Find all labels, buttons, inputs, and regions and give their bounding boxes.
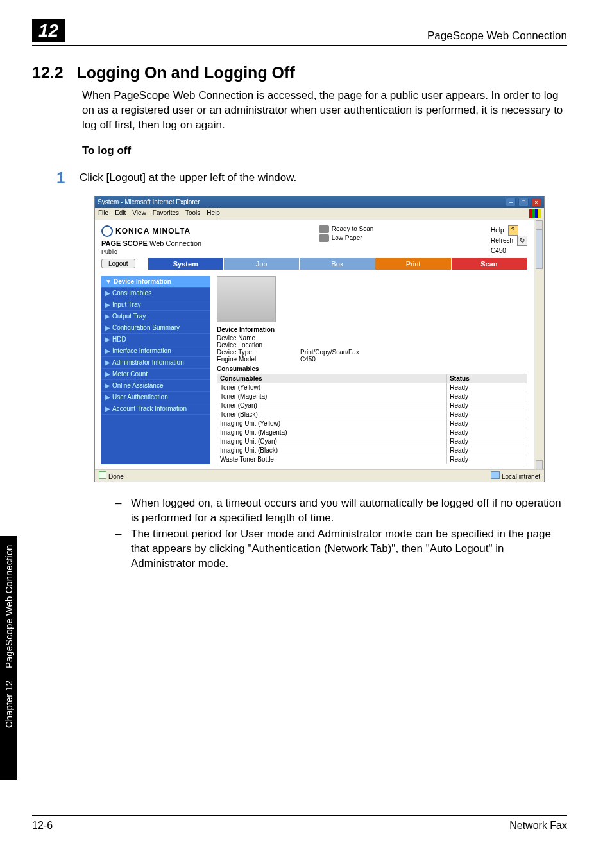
sub-heading: To log off xyxy=(82,144,567,157)
scanner-status-icon xyxy=(319,225,329,233)
side-item-11[interactable]: ▶Account Track Information xyxy=(101,403,210,415)
consumable-name: Imaging Unit (Yellow) xyxy=(217,419,447,428)
minimize-icon[interactable]: – xyxy=(506,198,516,207)
bullet-1: When logged on, a timeout occurs and you… xyxy=(131,496,567,526)
triangle-icon: ▶ xyxy=(105,347,110,354)
brand-name: KONICA MINOLTA xyxy=(115,227,191,236)
maximize-icon[interactable]: □ xyxy=(518,198,529,207)
zone-icon xyxy=(491,471,500,479)
side-item-9[interactable]: ▶Online Assistance xyxy=(101,380,210,392)
triangle-icon: ▶ xyxy=(105,290,110,297)
th-status: Status xyxy=(447,374,527,383)
device-info-value: C450 xyxy=(300,356,316,363)
side-item-6[interactable]: ▶Interface Information xyxy=(101,345,210,357)
close-icon[interactable]: × xyxy=(531,198,541,207)
table-row: Imaging Unit (Magenta)Ready xyxy=(217,428,527,437)
consumable-status: Ready xyxy=(447,392,527,401)
side-item-label: Consumables xyxy=(112,290,151,297)
intro-paragraph: When PageScope Web Connection is accesse… xyxy=(82,89,567,133)
consumable-status: Ready xyxy=(447,383,527,392)
section-title-text: Logging On and Logging Off xyxy=(77,64,295,82)
side-item-2[interactable]: ▶Input Tray xyxy=(101,299,210,311)
tab-system[interactable]: System xyxy=(148,258,224,270)
side-item-label: Configuration Summary xyxy=(112,324,180,331)
side-item-4[interactable]: ▶Configuration Summary xyxy=(101,322,210,334)
refresh-icon[interactable]: ↻ xyxy=(517,236,527,246)
side-item-5[interactable]: ▶HDD xyxy=(101,334,210,345)
page-header-title: PageScope Web Connection xyxy=(427,30,567,42)
side-item-0[interactable]: ▼Device Information xyxy=(101,276,210,288)
consumable-status: Ready xyxy=(447,419,527,428)
device-info-key: Device Location xyxy=(217,342,300,349)
menu-help[interactable]: Help xyxy=(207,209,220,218)
side-item-label: Output Tray xyxy=(112,313,146,320)
table-row: Waste Toner BottleReady xyxy=(217,455,527,464)
menu-tools[interactable]: Tools xyxy=(185,209,200,218)
table-row: Toner (Cyan)Ready xyxy=(217,401,527,410)
menu-favorites[interactable]: Favorites xyxy=(153,209,179,218)
status-low-paper: Low Paper xyxy=(332,234,362,241)
bullet-dash: – xyxy=(115,527,131,571)
device-info-key: Device Type xyxy=(217,349,300,356)
status-ready-scan: Ready to Scan xyxy=(332,225,374,232)
consumable-status: Ready xyxy=(447,401,527,410)
consumable-name: Toner (Black) xyxy=(217,410,447,419)
tab-box[interactable]: Box xyxy=(300,258,375,270)
tab-job[interactable]: Job xyxy=(224,258,300,270)
consumable-name: Imaging Unit (Black) xyxy=(217,446,447,455)
triangle-icon: ▶ xyxy=(105,382,110,389)
help-link[interactable]: Help xyxy=(491,225,504,235)
side-item-10[interactable]: ▶User Authentication xyxy=(101,392,210,403)
bullet-dash: – xyxy=(115,496,131,526)
bullet-2: The timeout period for User mode and Adm… xyxy=(131,527,567,571)
side-item-8[interactable]: ▶Meter Count xyxy=(101,369,210,380)
footer-doc-title: Network Fax xyxy=(509,820,567,831)
device-info-title: Device Information xyxy=(217,326,527,333)
device-info-row: Device TypePrint/Copy/Scan/Fax xyxy=(217,349,527,356)
tab-print[interactable]: Print xyxy=(375,258,451,270)
side-item-7[interactable]: ▶Administrator Information xyxy=(101,357,210,369)
device-info-block: Device NameDevice LocationDevice TypePri… xyxy=(217,334,527,363)
menu-view[interactable]: View xyxy=(132,209,146,218)
consumable-name: Toner (Magenta) xyxy=(217,392,447,401)
brand-logo-icon xyxy=(101,225,113,237)
scrollbar-thumb[interactable] xyxy=(536,229,543,269)
consumable-status: Ready xyxy=(447,455,527,464)
menu-file[interactable]: File xyxy=(98,209,108,218)
table-row: Toner (Yellow)Ready xyxy=(217,383,527,392)
scrollbar[interactable] xyxy=(534,220,544,469)
done-icon xyxy=(99,471,106,479)
status-done: Done xyxy=(108,473,124,480)
logout-button[interactable]: Logout xyxy=(101,259,135,268)
table-row: Imaging Unit (Yellow)Ready xyxy=(217,419,527,428)
device-info-row: Engine ModelC450 xyxy=(217,356,527,363)
side-item-label: HDD xyxy=(112,336,126,343)
side-item-label: Interface Information xyxy=(112,347,171,354)
side-tab: Chapter 12 PageScope Web Connection xyxy=(0,536,17,780)
device-image xyxy=(217,276,276,322)
device-info-key: Device Name xyxy=(217,334,300,342)
table-row: Toner (Black)Ready xyxy=(217,410,527,419)
window-title: System - Microsoft Internet Explorer xyxy=(98,198,200,205)
browser-screenshot: System - Microsoft Internet Explorer – □… xyxy=(94,196,545,482)
step-text: Click [Logout] at the upper left of the … xyxy=(80,169,296,184)
refresh-link[interactable]: Refresh xyxy=(491,236,513,245)
tab-scan[interactable]: Scan xyxy=(452,258,527,270)
consumable-name: Toner (Cyan) xyxy=(217,401,447,410)
consumable-status: Ready xyxy=(447,410,527,419)
consumables-title: Consumables xyxy=(217,365,527,372)
menu-edit[interactable]: Edit xyxy=(115,209,126,218)
window-controls: – □ × xyxy=(505,198,541,207)
triangle-icon: ▶ xyxy=(105,336,110,343)
consumable-status: Ready xyxy=(447,446,527,455)
ie-flag-icon xyxy=(529,209,541,218)
side-item-1[interactable]: ▶Consumables xyxy=(101,288,210,299)
consumables-table: Consumables Status Toner (Yellow)ReadyTo… xyxy=(217,374,527,464)
triangle-icon: ▼ xyxy=(105,278,112,285)
table-row: Toner (Magenta)Ready xyxy=(217,392,527,401)
side-item-3[interactable]: ▶Output Tray xyxy=(101,311,210,322)
table-row: Imaging Unit (Black)Ready xyxy=(217,446,527,455)
consumable-status: Ready xyxy=(447,437,527,446)
help-icon[interactable]: ? xyxy=(508,225,518,236)
device-info-row: Device Name xyxy=(217,334,527,342)
